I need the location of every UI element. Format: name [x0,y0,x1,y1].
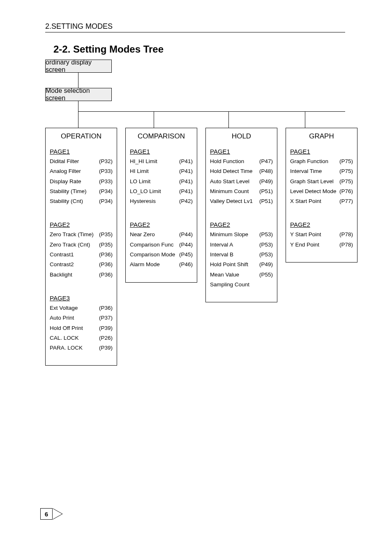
page-ref: (P77) [339,196,353,206]
page-ref: (P36) [99,270,113,280]
setting-row: CAL. LOCK(P26) [50,333,113,343]
page-ref: (P37) [99,313,113,323]
setting-name: HI Limit [130,166,179,176]
setting-name: Hold Off Print [50,323,99,333]
page-ref: (P44) [179,230,193,240]
page-label: PAGE1 [50,148,113,155]
page-block: PAGE1Didital Filter(P32)Analog Filter(P3… [46,145,117,209]
column-title: COMPARISON [126,128,197,145]
page-number-box: 6 [40,508,53,520]
setting-row: LO Limit(P41) [130,177,193,187]
setting-name: Stability (Time) [50,187,99,196]
setting-name: Hold Detect Time [210,166,259,176]
setting-name: Contrast2 [50,260,99,269]
setting-name: Ext Voltage [50,303,99,313]
setting-row: Hold Point Shift(P49) [210,260,273,269]
setting-row: X Start Point(P77) [290,196,353,206]
setting-row: LO_LO Limit(P41) [130,187,193,196]
mode-column: HOLDPAGE1Hold Function(P47)Hold Detect T… [205,128,277,302]
page-label: PAGE2 [210,221,273,228]
setting-row: Interval A(P53) [210,240,273,250]
page-ref: (P78) [339,230,353,240]
setting-row: Y End Point(P78) [290,240,353,250]
mode-column: GRAPHPAGE1Graph Function(P75)Interval Ti… [286,128,357,263]
page-ref: (P26) [99,333,113,343]
mode-column: COMPARISONPAGE1HI_HI Limit(P41)HI Limit(… [125,128,197,283]
setting-row: Y Start Point(P78) [290,230,353,240]
connector-drop [154,111,154,128]
setting-row: Hysteresis(P42) [130,196,193,206]
setting-name: Interval A [210,240,259,250]
page-ref: (P48) [259,166,273,176]
page-block: PAGE1HI_HI Limit(P41)HI Limit(P41)LO Lim… [126,145,197,209]
ordinary-display-screen-box: ordinary display screen [45,60,112,73]
setting-row: Alarm Mode(P46) [130,260,193,269]
page-ref: (P36) [99,303,113,313]
page-ref: (P36) [99,260,113,269]
setting-row: Near Zero(P44) [130,230,193,240]
setting-row: HI_HI Limit(P41) [130,157,193,166]
setting-row: Auto Start Level(P49) [210,177,273,187]
setting-row: PARA. LOCK(P39) [50,343,113,353]
page-label: PAGE2 [130,221,193,228]
page-ref: (P49) [259,177,273,187]
page-block: PAGE2Y Start Point(P78)Y End Point(P78) [286,218,357,252]
setting-name: Near Zero [130,230,179,240]
setting-row: Level Detect Mode(P76) [290,187,353,196]
page-ref: (P42) [179,196,193,206]
page-label: PAGE1 [290,148,353,155]
setting-name: Analog Filter [50,166,99,176]
page-block: PAGE1Graph Function(P75)Interval Time(P7… [286,145,357,209]
connector-drop [228,111,229,128]
page-label: PAGE3 [50,295,113,302]
setting-name: HI_HI Limit [130,157,179,166]
setting-name: Comparison Func [130,240,179,250]
page-ref: (P46) [179,260,193,269]
page-ref: (P47) [259,157,273,166]
setting-row: Minimum Count(P51) [210,187,273,196]
page-ref: (P45) [179,250,193,260]
setting-row: Minimum Slope(P53) [210,230,273,240]
connector-drop [305,111,305,128]
chapter-title: 2.SETTING MODES [45,22,113,31]
page-ref: (P55) [259,270,273,290]
page-ref: (P44) [179,240,193,250]
setting-row: Stability (Time)(P34) [50,187,113,196]
page-ref: (P32) [99,157,113,166]
setting-name: Display Rate [50,177,99,187]
column-title: HOLD [206,128,277,145]
page-ref: (P41) [179,157,193,166]
setting-row: Backlight(P36) [50,270,113,280]
setting-name: Zero Track (Time) [50,230,99,240]
setting-name: Auto Print [50,313,99,323]
columns-container: OPERATIONPAGE1Didital Filter(P32)Analog … [45,128,357,366]
setting-name: Interval B [210,250,259,260]
setting-row: Graph Function(P75) [290,157,353,166]
setting-row: Display Rate(P33) [50,177,113,187]
setting-name: Hold Point Shift [210,260,259,269]
page-block: PAGE2Zero Track (Time)(P35)Zero Track (C… [46,218,117,282]
page-label: PAGE1 [130,148,193,155]
setting-row: HI Limit(P41) [130,166,193,176]
setting-name: Minimum Count [210,187,259,196]
page-number-widget: 6 [40,508,67,520]
setting-name: LO Limit [130,177,179,187]
setting-name: Backlight [50,270,99,280]
setting-name: Stability (Cnt) [50,196,99,206]
setting-row: Stability (Cnt)(P34) [50,196,113,206]
mode-selection-screen-box: Mode selection screen [45,88,112,101]
setting-name: PARA. LOCK [50,343,99,353]
connector-line [78,101,78,111]
page-number-arrow-icon [53,508,67,520]
setting-name: Alarm Mode [130,260,179,269]
page-ref: (P36) [99,250,113,260]
setting-row: Didital Filter(P32) [50,157,113,166]
setting-name: Graph Function [290,157,339,166]
setting-name: Mean Value Sampling Count [210,270,259,290]
setting-row: Hold Off Print(P39) [50,323,113,333]
setting-name: Didital Filter [50,157,99,166]
mode-column: OPERATIONPAGE1Didital Filter(P32)Analog … [45,128,117,366]
setting-row: Hold Function(P47) [210,157,273,166]
setting-row: Zero Track (Cnt)(P35) [50,240,113,250]
column-title: OPERATION [46,128,117,145]
